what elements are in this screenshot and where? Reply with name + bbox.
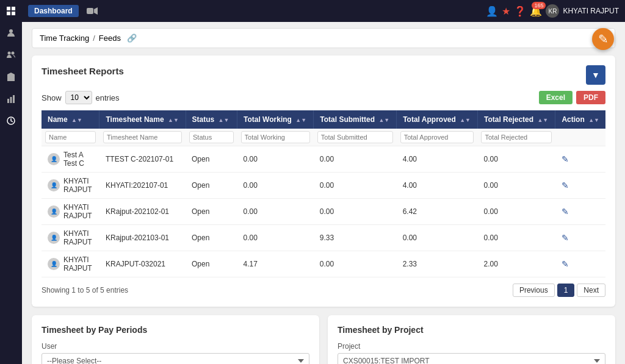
svg-rect-2 [7,12,10,15]
breadcrumb: Time Tracking / Feeds 🔗 [32,28,615,48]
edit-icon[interactable]: ✎ [562,154,569,164]
svg-rect-9 [7,99,9,103]
user-avatar[interactable]: KR [546,4,559,18]
svg-rect-10 [10,97,12,103]
fab-button[interactable]: ✎ [592,28,614,50]
sidebar-item-grid[interactable] [0,0,22,22]
cell-name: KHYATI RAJPUT [63,255,93,273]
cell-status: Open [186,225,237,251]
breadcrumb-item-time-tracking[interactable]: Time Tracking [40,34,89,43]
cell-total-working: 0.00 [237,225,314,251]
col-name: Name ▲▼ [42,110,99,129]
cell-timesheet: KRajput-202102-01 [99,199,186,225]
svg-point-5 [8,52,11,55]
table-row: 👤 Test A Test C TTEST C-202107-01 Open 0… [42,146,605,173]
timesheet-reports-card: Timesheet Reports ▼ Show 10 25 50 entrie… [32,55,615,307]
col-total-working: Total Working ▲▼ [237,110,314,129]
cell-total-submitted: 0.00 [314,146,397,173]
project-form-group: Project CXS00015:TEST IMPORT [338,342,605,364]
col-total-submitted: Total Submitted ▲▼ [314,110,397,129]
navbar-right: 👤 ★ ❓ 🔔 165 KR KHYATI RAJPUT [486,4,619,18]
notification-icon[interactable]: 🔔 165 [530,5,542,17]
cell-status: Open [186,251,237,277]
cell-total-rejected: 0.00 [477,199,555,225]
cell-total-approved: 4.00 [397,146,478,173]
sidebar-item-clock[interactable] [0,110,22,132]
cell-timesheet: KRAJPUT-032021 [99,251,186,277]
filter-name[interactable] [45,131,96,143]
table-header-row: Name ▲▼ Timesheet Name ▲▼ Status ▲▼ Tota… [42,110,605,129]
table-toolbar: Show 10 25 50 entries Excel PDF [42,91,605,104]
filter-status[interactable] [189,131,234,143]
project-select[interactable]: CXS00015:TEST IMPORT [338,353,605,364]
entries-label: entries [96,93,120,102]
cell-total-submitted: 0.00 [314,199,397,225]
timesheet-project-card: Timesheet by Project Project CXS00015:TE… [328,315,615,364]
filter-timesheet[interactable] [103,131,182,143]
cell-total-submitted: 0.00 [314,173,397,199]
cell-total-rejected: 0.00 [477,225,555,251]
project-title: Timesheet by Project [338,325,605,335]
cell-total-rejected: 0.00 [477,173,555,199]
cell-total-working: 0.00 [237,146,314,173]
cell-total-approved: 6.42 [397,199,478,225]
cell-total-working: 0.00 [237,173,314,199]
page-1-button[interactable]: 1 [557,284,575,297]
col-timesheet-name: Timesheet Name ▲▼ [99,110,186,129]
star-icon[interactable]: ★ [502,5,510,17]
filter-total-approved[interactable] [400,131,474,143]
svg-marker-14 [94,7,98,15]
main-area: Dashboard 👤 ★ ❓ 🔔 165 KR KHYATI RAJPUT ✎… [22,0,625,364]
cell-total-submitted: 0.00 [314,251,397,277]
pdf-button[interactable]: PDF [576,91,605,104]
video-icon[interactable] [84,2,101,20]
cell-name: Test A Test C [63,151,93,168]
excel-button[interactable]: Excel [539,91,573,104]
col-action: Action ▲▼ [555,110,605,129]
filter-total-submitted[interactable] [317,131,393,143]
sidebar-item-user[interactable] [0,22,22,44]
table-row: 👤 KHYATI RAJPUT KHYATI:202107-01 Open 0.… [42,173,605,199]
svg-rect-0 [7,7,10,10]
entries-select[interactable]: 10 25 50 [65,91,92,104]
filter-total-rejected[interactable] [481,131,551,143]
sidebar [0,0,22,364]
cell-total-approved: 2.33 [397,251,478,277]
sidebar-item-building[interactable] [0,66,22,88]
edit-icon[interactable]: ✎ [562,180,569,190]
table-row: 👤 KHYATI RAJPUT KRAJPUT-032021 Open 4.17… [42,251,605,277]
person-icon[interactable]: 👤 [486,5,498,17]
help-icon[interactable]: ❓ [514,5,526,17]
cell-status: Open [186,146,237,173]
filter-total-working[interactable] [241,131,310,143]
cell-timesheet: KHYATI:202107-01 [99,173,186,199]
navbar-brand[interactable]: Dashboard [28,5,79,17]
share-icon: 🔗 [127,34,137,43]
content: Time Tracking / Feeds 🔗 Timesheet Report… [22,22,625,364]
user-select-left[interactable]: --Please Select-- [42,353,309,364]
export-buttons: Excel PDF [539,91,605,104]
cell-name: KHYATI RAJPUT [63,177,93,194]
sidebar-item-users[interactable] [0,44,22,66]
col-total-rejected: Total Rejected ▲▼ [477,110,555,129]
breadcrumb-separator: / [93,34,95,43]
filter-button[interactable]: ▼ [586,65,605,85]
user-name: KHYATI RAJPUT [563,7,619,15]
cell-timesheet: KRajput-202103-01 [99,225,186,251]
next-button[interactable]: Next [577,284,605,297]
project-label: Project [338,342,605,351]
cell-total-approved: 4.00 [397,173,478,199]
avatar: 👤 [48,179,60,191]
breadcrumb-item-feeds[interactable]: Feeds [99,34,121,43]
svg-rect-8 [10,78,12,81]
edit-icon[interactable]: ✎ [562,233,569,243]
filter-row [42,129,605,146]
navbar: Dashboard 👤 ★ ❓ 🔔 165 KR KHYATI RAJPUT [22,0,625,22]
cell-total-rejected: 2.00 [477,251,555,277]
edit-icon[interactable]: ✎ [562,259,569,269]
edit-icon[interactable]: ✎ [562,207,569,216]
user-form-group-left: User --Please Select-- [42,342,309,364]
cell-total-working: 4.17 [237,251,314,277]
previous-button[interactable]: Previous [513,284,555,297]
sidebar-item-chart[interactable] [0,88,22,110]
